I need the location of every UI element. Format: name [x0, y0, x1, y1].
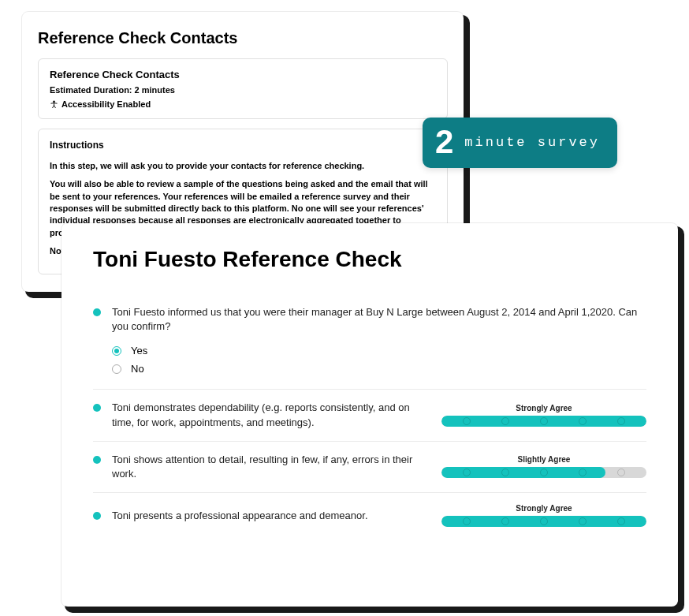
- question-2-scale[interactable]: Strongly Agree: [441, 404, 646, 427]
- reference-check-title: Toni Fuesto Reference Check: [93, 247, 646, 272]
- accessibility-row: Accessibility Enabled: [50, 99, 436, 109]
- radio-circle-unselected: [112, 364, 121, 374]
- badge-number: 2: [435, 125, 453, 159]
- bullet-icon: [93, 308, 101, 316]
- question-4: Toni presents a professional appearance …: [93, 493, 646, 538]
- question-2: Toni demonstrates dependability (e.g. re…: [93, 390, 646, 441]
- radio-yes-label: Yes: [131, 345, 147, 357]
- scale-label: Strongly Agree: [441, 504, 646, 513]
- scale-ticks: [441, 467, 646, 478]
- instructions-heading: Instructions: [50, 139, 436, 152]
- scale-ticks: [441, 416, 646, 427]
- scale-ticks: [441, 516, 646, 527]
- question-3: Toni shows attention to detail, resultin…: [93, 442, 646, 493]
- info-box: Reference Check Contacts Estimated Durat…: [38, 58, 448, 119]
- bullet-icon: [93, 512, 101, 520]
- scale-bar: [441, 467, 646, 478]
- badge-text: minute survey: [464, 135, 600, 150]
- accessibility-icon: [50, 100, 58, 109]
- duration-label: Estimated Duration: 2 minutes: [50, 85, 436, 95]
- radio-no[interactable]: No: [112, 360, 646, 378]
- radio-no-label: No: [131, 363, 144, 375]
- scale-label: Slightly Agree: [441, 455, 646, 464]
- bullet-icon: [93, 456, 101, 464]
- radio-circle-selected: [112, 346, 121, 356]
- scale-bar: [441, 416, 646, 427]
- survey-duration-badge: 2 minute survey: [423, 118, 617, 168]
- contacts-title: Reference Check Contacts: [38, 29, 448, 47]
- radio-yes[interactable]: Yes: [112, 342, 646, 360]
- reference-check-card: Toni Fuesto Reference Check Toni Fuesto …: [61, 223, 678, 607]
- question-3-text: Toni shows attention to detail, resultin…: [112, 453, 416, 481]
- scale-bar: [441, 516, 646, 527]
- info-title: Reference Check Contacts: [50, 69, 436, 80]
- svg-point-0: [54, 100, 55, 102]
- question-3-scale[interactable]: Slightly Agree: [441, 455, 646, 478]
- question-1-text: Toni Fuesto informed us that you were th…: [112, 305, 646, 334]
- bullet-icon: [93, 404, 101, 412]
- question-4-text: Toni presents a professional appearance …: [112, 509, 368, 523]
- question-4-scale[interactable]: Strongly Agree: [441, 504, 646, 527]
- instructions-line1: In this step, we will ask you to provide…: [50, 160, 436, 172]
- question-1: Toni Fuesto informed us that you were th…: [93, 294, 646, 390]
- question-2-text: Toni demonstrates dependability (e.g. re…: [112, 401, 416, 429]
- accessibility-text: Accessibility Enabled: [61, 99, 151, 109]
- question-1-options: Yes No: [112, 342, 646, 378]
- scale-label: Strongly Agree: [441, 404, 646, 413]
